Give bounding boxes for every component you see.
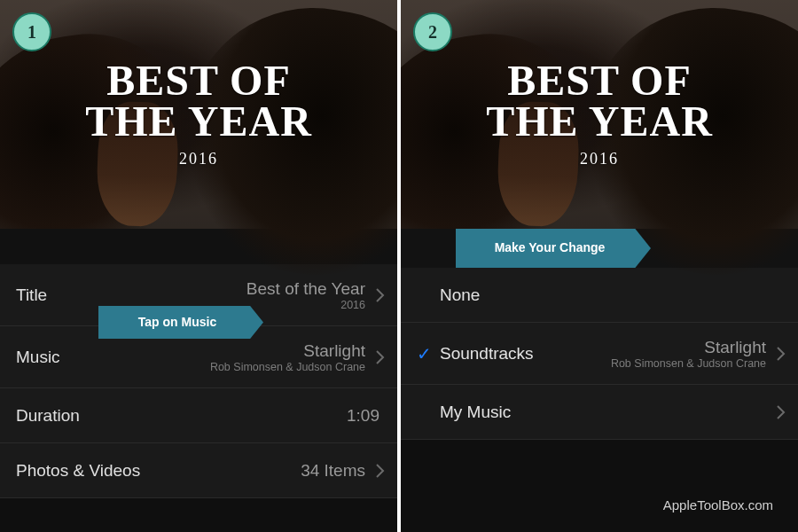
option-soundtracks-value-main: Starlight [704, 338, 766, 356]
option-my-music[interactable]: My Music [401, 385, 798, 440]
hero-title: BEST OF THE YEAR [85, 60, 312, 141]
row-music-value-sub: Rob Simonsen & Judson Crane [60, 361, 365, 373]
row-duration-label: Duration [16, 406, 80, 426]
watermark: AppleToolBox.com [663, 497, 773, 512]
row-title-label: Title [16, 286, 47, 305]
hero-title-line2: THE YEAR [85, 98, 312, 145]
option-soundtracks[interactable]: ✓ Soundtracks Starlight Rob Simonsen & J… [401, 323, 798, 385]
option-soundtracks-value-sub: Rob Simonsen & Judson Crane [534, 357, 766, 370]
hero-year: 2016 [179, 150, 218, 168]
option-soundtracks-value: Starlight Rob Simonsen & Judson Crane [534, 338, 771, 370]
chevron-right-icon [376, 464, 385, 478]
panel-step-1: 1 BEST OF THE YEAR 2016 Title Best of th… [0, 0, 397, 532]
row-photos-videos[interactable]: Photos & Videos 34 Items [0, 443, 397, 498]
memory-hero: BEST OF THE YEAR 2016 [401, 0, 798, 229]
checkmark-icon: ✓ [417, 343, 440, 364]
chevron-right-icon [777, 347, 786, 361]
row-music-value: Starlight Rob Simonsen & Judson Crane [60, 341, 371, 373]
row-duration-value: 1:09 [80, 406, 385, 426]
row-photos-label: Photos & Videos [16, 461, 140, 481]
hero-title: BEST OF THE YEAR [486, 60, 713, 141]
option-none[interactable]: None [401, 268, 798, 323]
row-title-value-main: Best of the Year [246, 279, 365, 298]
row-photos-value: 34 Items [140, 461, 371, 481]
memory-hero: BEST OF THE YEAR 2016 [0, 0, 397, 229]
row-duration[interactable]: Duration 1:09 [0, 388, 397, 443]
panel-step-2: 2 BEST OF THE YEAR 2016 Make Your Change… [401, 0, 798, 532]
settings-list: Title Best of the Year 2016 Music Starli… [0, 264, 397, 498]
step-badge-2: 2 [413, 12, 452, 51]
row-music-label: Music [16, 348, 60, 367]
chevron-right-icon [376, 350, 385, 364]
hero-title-line2: THE YEAR [486, 98, 713, 145]
row-music-value-main: Starlight [303, 341, 365, 360]
step-badge-1: 1 [12, 12, 51, 51]
music-options-list: None ✓ Soundtracks Starlight Rob Simonse… [401, 268, 798, 440]
callout-make-your-change: Make Your Change [456, 229, 651, 268]
hero-year: 2016 [580, 150, 619, 168]
chevron-right-icon [376, 288, 385, 302]
chevron-right-icon [777, 405, 786, 419]
callout-tap-on-music: Tap on Music [98, 306, 263, 339]
option-soundtracks-label: Soundtracks [440, 344, 534, 364]
option-none-label: None [440, 286, 480, 305]
panel-fill [401, 440, 798, 532]
option-mymusic-label: My Music [440, 403, 511, 422]
